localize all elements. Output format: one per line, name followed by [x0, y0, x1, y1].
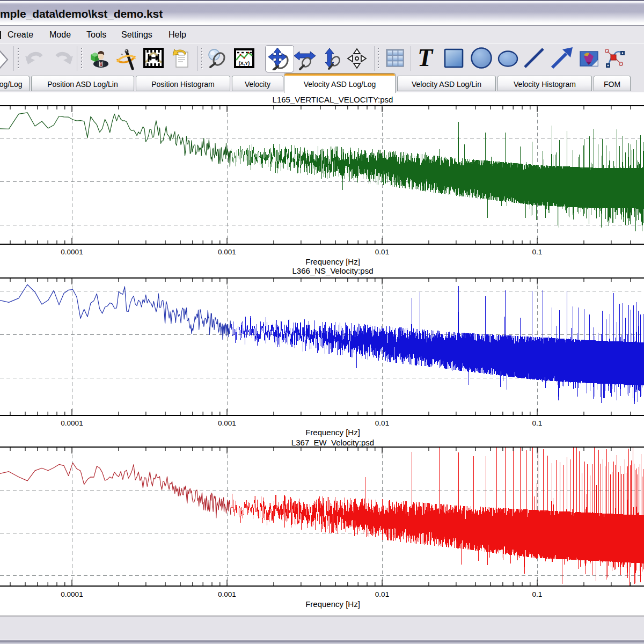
- svg-text:Frequency [Hz]: Frequency [Hz]: [305, 599, 360, 609]
- svg-text:0.1: 0.1: [532, 248, 543, 256]
- svg-text:Frequency [Hz]: Frequency [Hz]: [305, 257, 360, 266]
- svg-text:0.001: 0.001: [218, 248, 236, 256]
- svg-text:L367_EW_Velocity:psd: L367_EW_Velocity:psd: [291, 438, 374, 447]
- svg-text:0.1: 0.1: [532, 590, 543, 598]
- svg-text:0.1: 0.1: [532, 419, 543, 427]
- svg-text:0.0001: 0.0001: [61, 248, 83, 256]
- svg-text:(X,Y): (X,Y): [239, 61, 250, 66]
- svg-text:L366_NS_Velocity:psd: L366_NS_Velocity:psd: [292, 266, 374, 275]
- svg-text:Frequency [Hz]: Frequency [Hz]: [305, 428, 360, 437]
- svg-text:0.01: 0.01: [375, 419, 389, 427]
- svg-text:0.0001: 0.0001: [61, 419, 83, 427]
- svg-text:0.001: 0.001: [218, 590, 236, 598]
- svg-text:0.0001: 0.0001: [61, 590, 83, 598]
- svg-text:0.001: 0.001: [218, 419, 236, 427]
- svg-text:0.01: 0.01: [375, 590, 389, 598]
- svg-text:L165_VERTICAL_VELOCITY:psd: L165_VERTICAL_VELOCITY:psd: [273, 95, 393, 104]
- svg-text:0.01: 0.01: [375, 248, 389, 256]
